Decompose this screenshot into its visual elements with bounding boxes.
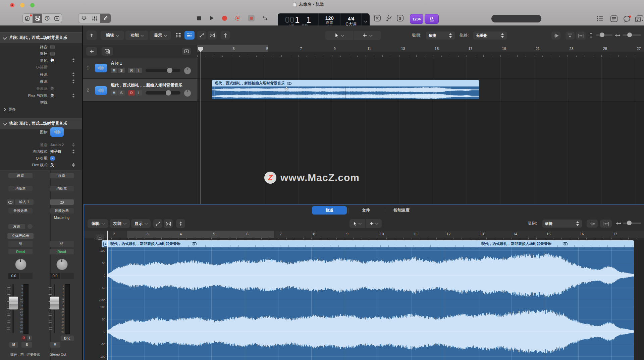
clear-icon[interactable] xyxy=(373,14,381,22)
add-track-button[interactable] xyxy=(86,47,97,56)
waveform-zoom-icon[interactable] xyxy=(551,32,560,40)
media-browser-icon[interactable] xyxy=(23,14,33,23)
secondary-tool-button[interactable] xyxy=(354,31,381,40)
duplicate-track-button[interactable] xyxy=(102,47,113,56)
parameter-row[interactable]: Q-引用:✓ xyxy=(0,155,78,162)
strip-eq-button-out[interactable]: 均衡器 xyxy=(50,186,74,191)
grid-view-icon[interactable] xyxy=(174,31,183,40)
parameter-row[interactable]: 冻结模式:推子前 xyxy=(0,148,78,155)
bounce-button[interactable]: Bnc xyxy=(61,336,74,341)
track-solo-button[interactable]: S xyxy=(118,68,125,73)
editor-hzoom-slider[interactable] xyxy=(623,223,641,224)
editor-automation-icon[interactable] xyxy=(153,219,162,228)
strip-send-button[interactable]: 发送 xyxy=(8,224,25,229)
track-icon[interactable] xyxy=(95,64,107,72)
main-ruler[interactable]: 13579111315171921232527 xyxy=(197,45,644,58)
track-icon[interactable] xyxy=(95,86,107,95)
count-in-button[interactable]: 1234 xyxy=(410,14,423,24)
split-icon[interactable] xyxy=(221,31,230,40)
strip-fx-button[interactable]: 音频效果 xyxy=(8,208,33,214)
strip-group-button-out[interactable]: 组 xyxy=(50,241,74,247)
track-monitor-button[interactable]: I xyxy=(136,90,142,96)
menu-edit[interactable]: 编辑 xyxy=(101,31,124,40)
tuner-icon[interactable] xyxy=(78,14,89,23)
strip-automation-button-out[interactable]: Read xyxy=(50,249,74,254)
editor-split-icon[interactable] xyxy=(176,219,185,228)
hide-tracks-button[interactable] xyxy=(182,48,191,55)
editor-menu-functions[interactable]: 功能 xyxy=(110,219,130,228)
vertical-zoom-slider[interactable] xyxy=(596,35,612,36)
snap-dropdown[interactable]: 敏捷 xyxy=(426,32,455,40)
solo-icon[interactable]: S xyxy=(396,14,404,22)
editor-secondary-tool[interactable] xyxy=(366,219,382,228)
track-record-button[interactable]: R xyxy=(128,68,135,73)
tab-file[interactable]: 文件 xyxy=(348,206,383,215)
volume-value[interactable]: 0.0 xyxy=(8,273,19,279)
send-knob[interactable] xyxy=(28,224,33,229)
toolbar-icon[interactable] xyxy=(52,14,62,23)
play-icon[interactable] xyxy=(209,15,214,21)
volume-fader-out[interactable]: 03691215182124303540455060 xyxy=(49,284,69,334)
track-record-button[interactable]: R xyxy=(128,90,135,96)
track-mute-button[interactable]: M xyxy=(111,90,117,96)
stepper-icon[interactable] xyxy=(72,79,75,84)
parameter-row[interactable]: 移调: xyxy=(0,71,78,78)
region-inspector-header[interactable]: 片段: 现代，西式...场时背景音乐 xyxy=(0,32,82,43)
track-header-1[interactable]: 1 音频 1 M S R I xyxy=(83,58,197,79)
audio-region-clip[interactable]: 现代，西式婚礼，新郎新娘入场时背景音乐 xyxy=(212,80,479,100)
menu-view[interactable]: 显示 xyxy=(150,31,171,40)
editor-menu-view[interactable]: 显示 xyxy=(131,219,151,228)
stepper-icon[interactable] xyxy=(72,149,75,154)
media-copy-icon[interactable] xyxy=(635,15,643,22)
editor-flex-icon[interactable] xyxy=(164,219,173,228)
parameter-row[interactable]: 静音: xyxy=(0,44,78,50)
record-icon[interactable] xyxy=(222,15,227,21)
slider-thumb[interactable] xyxy=(166,90,171,96)
slider-thumb[interactable] xyxy=(627,33,632,37)
stepper-icon[interactable] xyxy=(72,93,75,98)
strip-output-button[interactable]: 立体声输出 xyxy=(7,233,34,239)
parameter-row[interactable]: 循环: xyxy=(0,50,78,57)
strip-fx2-label[interactable]: Mastering xyxy=(50,215,74,220)
parameter-row[interactable]: Flex 与跟随:关 xyxy=(0,92,78,99)
menu-functions[interactable]: 功能 xyxy=(125,31,148,40)
track-inspector-header[interactable]: 轨道: 现代，西式...场时背景音乐 xyxy=(0,118,82,129)
track-icon-button[interactable] xyxy=(50,127,64,137)
replace-icon[interactable] xyxy=(248,15,255,21)
fit-horizontal-icon[interactable] xyxy=(576,32,586,40)
parameter-checkbox[interactable] xyxy=(50,45,55,49)
stop-icon[interactable] xyxy=(197,16,202,21)
drag-dropdown[interactable]: 无重叠 xyxy=(473,32,507,40)
tab-smart-tempo[interactable]: 智能速度 xyxy=(384,206,419,215)
volume-fader[interactable]: 03691215182124303540455060 xyxy=(7,284,28,334)
pencil-icon[interactable] xyxy=(100,14,111,23)
editor-pointer-tool[interactable] xyxy=(350,219,365,228)
strip-automation-button[interactable]: Read xyxy=(8,249,33,254)
fader-thumb[interactable] xyxy=(9,296,18,310)
flex-icon[interactable] xyxy=(208,31,217,40)
editor-ruler[interactable]: 234567891011121314151617 xyxy=(84,231,644,240)
parameter-row[interactable]: 图标: xyxy=(0,129,78,135)
stepper-icon[interactable] xyxy=(72,163,75,167)
track-pan-knob[interactable] xyxy=(184,67,191,74)
region-header[interactable]: 现代，西式婚礼，新郎新娘入场时背景音乐 xyxy=(212,80,479,86)
help-icon[interactable]: ? xyxy=(42,14,52,23)
track-solo-button[interactable]: S xyxy=(118,90,125,96)
editor-waveform-area[interactable] xyxy=(107,247,634,360)
parameter-row[interactable]: Q-摇摆: xyxy=(0,64,78,70)
parameter-row[interactable]: 量化:关 xyxy=(0,57,78,64)
strip-group-button[interactable]: 组 xyxy=(8,241,33,247)
solo-button[interactable]: S xyxy=(21,342,32,348)
volume-value-out[interactable]: 0.0 xyxy=(50,273,60,279)
strip-setting-button-out[interactable]: 设置 xyxy=(50,173,74,178)
strip-input-button[interactable]: 输入 1 xyxy=(15,199,34,205)
editor-menu-edit[interactable]: 编辑 xyxy=(88,219,108,228)
parameter-row[interactable]: 微调: xyxy=(0,78,78,85)
parameter-checkbox[interactable]: ✓ xyxy=(50,156,55,161)
track-volume-slider[interactable] xyxy=(146,69,180,72)
strip-input-format-button[interactable] xyxy=(7,199,14,205)
back-button[interactable] xyxy=(87,31,97,40)
automation-icon[interactable] xyxy=(197,31,206,40)
fader-thumb[interactable] xyxy=(50,296,59,310)
horizontal-zoom-slider[interactable] xyxy=(623,35,641,36)
